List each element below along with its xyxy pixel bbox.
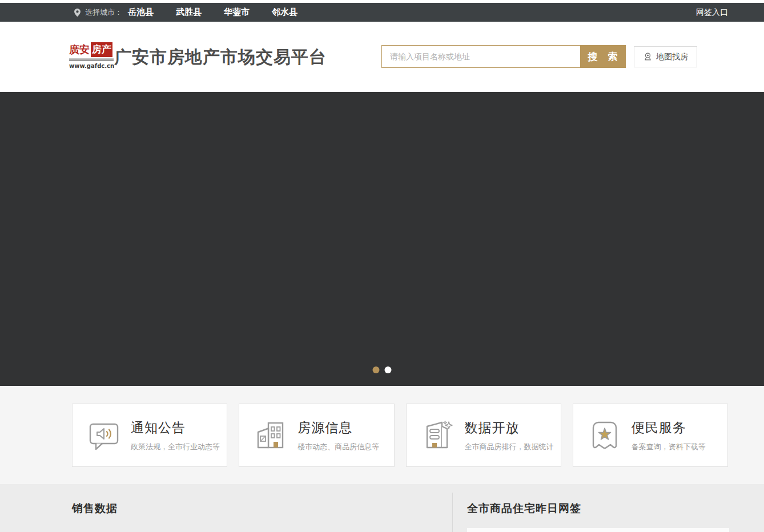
- logo-url: www.gafdc.cn: [69, 63, 114, 69]
- carousel-dot-2[interactable]: [385, 366, 392, 373]
- wangqian-panel-top-edge: [467, 528, 729, 532]
- card-convenient-services[interactable]: 便民服务 备案查询，资料下载等: [573, 404, 728, 467]
- city-link-yuechi[interactable]: 岳池县: [128, 7, 154, 18]
- map-pin-icon: [643, 52, 653, 62]
- sales-data-heading: 销售数据: [72, 501, 118, 516]
- feature-cards-section: 通知公告 政策法规，全市行业动态等: [0, 386, 764, 484]
- location-pin-icon: [74, 8, 81, 17]
- card-subtitle: 备案查询，资料下载等: [632, 442, 706, 452]
- section-divider: [452, 493, 453, 532]
- card-open-data[interactable]: 数据开放 全市商品房排行，数据统计: [406, 404, 561, 467]
- card-housing-info[interactable]: 房源信息 楼市动态、商品房信息等: [239, 404, 394, 467]
- card-title: 通知公告: [131, 419, 220, 437]
- card-subtitle: 政策法规，全市行业动态等: [131, 442, 220, 452]
- city-link-wusheng[interactable]: 武胜县: [176, 7, 202, 18]
- search-input[interactable]: [382, 46, 580, 67]
- search-bar: 搜 索: [381, 45, 626, 68]
- topbar: 选择城市： 岳池县 武胜县 华蓥市 邻水县 网签入口: [0, 3, 764, 22]
- page-title: 广安市房地产市场交易平台: [114, 46, 327, 68]
- logo-text-block: 房产: [91, 42, 112, 57]
- city-link-linshui[interactable]: 邻水县: [272, 7, 297, 18]
- card-title: 便民服务: [632, 419, 706, 437]
- logo-divider-bar: [69, 58, 114, 61]
- map-search-label: 地图找房: [656, 52, 688, 62]
- map-search-button[interactable]: 地图找房: [634, 46, 697, 67]
- select-city-label: 选择城市：: [85, 7, 122, 18]
- card-title: 数据开放: [465, 419, 554, 437]
- carousel-dot-1-active[interactable]: [373, 366, 380, 373]
- card-title: 房源信息: [297, 419, 379, 437]
- wangqian-entry-link[interactable]: 网签入口: [696, 7, 728, 18]
- city-link-huaying[interactable]: 华蓥市: [224, 7, 250, 18]
- star-badge-icon: [589, 420, 620, 451]
- data-building-icon: [423, 420, 453, 451]
- site-logo[interactable]: 廣安 房产 www.gafdc.cn: [69, 42, 114, 69]
- announcement-icon: [89, 420, 119, 451]
- card-subtitle: 全市商品房排行，数据统计: [465, 442, 554, 452]
- carousel-banner-slide[interactable]: [0, 92, 764, 386]
- data-sections: 销售数据 全市商品住宅昨日网签: [0, 484, 764, 532]
- carousel-dots: [373, 366, 392, 373]
- search-button[interactable]: 搜 索: [580, 46, 625, 67]
- site-header: 廣安 房产 www.gafdc.cn 广安市房地产市场交易平台 搜 索 地图找房: [0, 22, 764, 92]
- yesterday-wangqian-heading: 全市商品住宅昨日网签: [467, 501, 581, 516]
- card-notice-announcement[interactable]: 通知公告 政策法规，全市行业动态等: [72, 404, 227, 467]
- buildings-icon: [255, 420, 286, 451]
- logo-text-red: 廣安: [69, 42, 90, 57]
- card-subtitle: 楼市动态、商品房信息等: [297, 442, 379, 452]
